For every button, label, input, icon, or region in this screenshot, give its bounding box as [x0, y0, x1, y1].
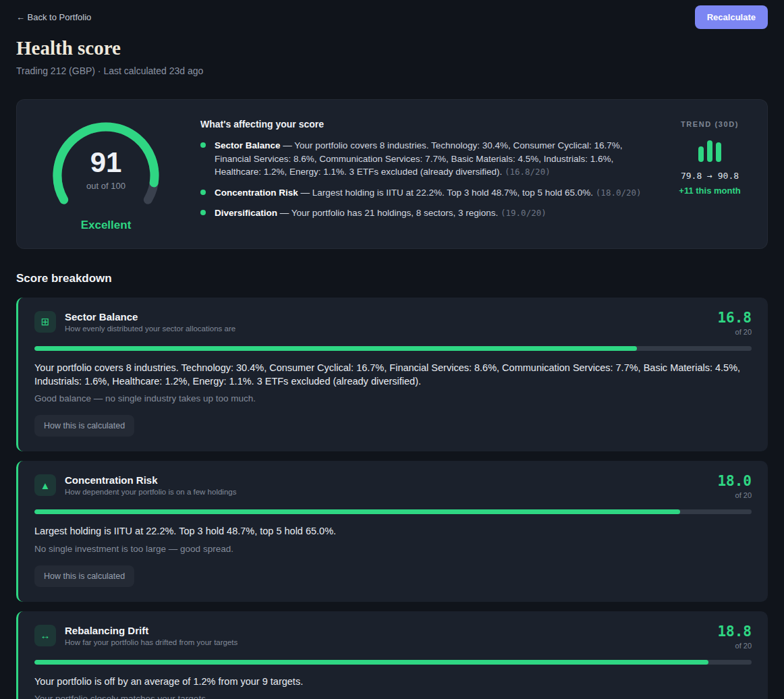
trend-label: TREND (30D)	[670, 120, 750, 128]
score-progress-bar	[34, 509, 752, 514]
how-calculated-button[interactable]: How this is calculated	[34, 565, 134, 587]
bullet-dot-icon	[200, 190, 206, 195]
breakdown-card: ▲ Concentration Risk How dependent your …	[16, 461, 768, 602]
card-titles: Sector Balance How evenly distributed yo…	[65, 311, 235, 333]
card-subtitle: How evenly distributed your sector alloc…	[65, 325, 235, 333]
card-description: Your portfolio covers 8 industries. Tech…	[34, 362, 752, 388]
card-score: 18.0 of 20	[717, 474, 752, 499]
trend-panel: TREND (30D) 79.8 → 90.8 +11 this month	[670, 116, 750, 232]
card-titles: Rebalancing Drift How far your portfolio…	[65, 625, 237, 646]
score-progress-bar	[34, 660, 752, 665]
card-description: Largest holding is IITU at 22.2%. Top 3 …	[34, 525, 752, 538]
score-progress-fill	[34, 660, 708, 665]
card-score-value: 16.8	[717, 311, 752, 325]
factor-description: — Your portfolio has 21 holdings, 8 sect…	[280, 208, 498, 218]
score-gauge: 91 out of 100	[42, 116, 170, 211]
recalculate-button[interactable]: Recalculate	[695, 5, 768, 29]
factor-item: Concentration Risk — Largest holding is …	[200, 186, 647, 200]
bullet-dot-icon	[200, 142, 206, 148]
card-score-value: 18.0	[717, 474, 752, 488]
factor-name: Sector Balance	[215, 140, 281, 150]
card-score-max: of 20	[717, 491, 752, 499]
factor-score: (16.8/20)	[505, 167, 551, 177]
breakdown-heading: Score breakdown	[16, 272, 768, 285]
gauge-column: 91 out of 100 Excellent	[34, 116, 177, 232]
score-progress-fill	[34, 509, 680, 514]
card-titles: Concentration Risk How dependent your po…	[65, 474, 236, 496]
factor-name: Diversification	[215, 208, 277, 218]
health-score-caption: out of 100	[42, 181, 170, 191]
factor-score: (19.0/20)	[501, 208, 547, 218]
card-title: Concentration Risk	[65, 474, 236, 486]
triangle-icon: ▲	[34, 474, 56, 496]
card-header: ↔ Rebalancing Drift How far your portfol…	[34, 625, 752, 650]
factor-text: Concentration Risk — Largest holding is …	[215, 186, 642, 200]
card-subtitle: How far your portfolio has drifted from …	[65, 638, 237, 646]
trend-range: 79.8 → 90.8	[670, 171, 750, 181]
breakdown-card: ↔ Rebalancing Drift How far your portfol…	[16, 611, 768, 699]
card-score: 18.8 of 20	[717, 625, 752, 650]
trend-delta: +11 this month	[670, 186, 750, 196]
card-description: Your portfolio is off by an average of 1…	[34, 675, 752, 689]
card-title: Sector Balance	[65, 311, 235, 323]
trend-bars-chart	[670, 139, 750, 162]
card-score-value: 18.8	[717, 625, 752, 639]
factor-text: Diversification — Your portfolio has 21 …	[215, 206, 547, 220]
trend-bar	[716, 142, 721, 162]
card-title: Rebalancing Drift	[65, 625, 237, 636]
factor-name: Concentration Risk	[215, 188, 298, 198]
card-note: Your portfolio closely matches your targ…	[34, 694, 752, 699]
factor-text: Sector Balance — Your portfolio covers 8…	[215, 139, 647, 179]
card-score: 16.8 of 20	[717, 311, 752, 336]
health-score-value: 91	[42, 148, 170, 177]
card-note: No single investment is too large — good…	[34, 544, 752, 554]
factor-item: Sector Balance — Your portfolio covers 8…	[200, 139, 647, 179]
card-score-max: of 20	[717, 328, 752, 336]
factor-description: — Largest holding is IITU at 22.2%. Top …	[301, 188, 594, 198]
breakdown-card: ⊞ Sector Balance How evenly distributed …	[16, 298, 768, 451]
card-header: ▲ Concentration Risk How dependent your …	[34, 474, 752, 499]
factor-item: Diversification — Your portfolio has 21 …	[200, 206, 647, 220]
card-header: ⊞ Sector Balance How evenly distributed …	[34, 311, 752, 336]
score-rating-label: Excellent	[34, 219, 177, 232]
score-progress-fill	[34, 346, 637, 351]
top-bar: ← Back to Portfolio Recalculate	[16, 0, 768, 29]
how-calculated-button[interactable]: How this is calculated	[34, 415, 134, 437]
bullet-dot-icon	[200, 210, 206, 215]
page-title: Health score	[16, 37, 768, 59]
page-subtitle: Trading 212 (GBP) · Last calculated 23d …	[16, 65, 768, 76]
score-progress-bar	[34, 346, 752, 351]
arrows-horizontal-icon: ↔	[34, 625, 56, 646]
card-note: Good balance — no single industry takes …	[34, 393, 752, 403]
score-summary-card: 91 out of 100 Excellent What's affecting…	[16, 99, 768, 249]
factors-heading: What's affecting your score	[200, 119, 647, 130]
trend-bar	[707, 140, 712, 162]
breakdown-cards: ⊞ Sector Balance How evenly distributed …	[16, 298, 768, 699]
factors-list: Sector Balance — Your portfolio covers 8…	[200, 139, 647, 220]
factor-score: (18.0/20)	[596, 188, 642, 198]
health-score-page: ← Back to Portfolio Recalculate Health s…	[0, 0, 784, 699]
factors-column: What's affecting your score Sector Balan…	[200, 116, 647, 232]
card-subtitle: How dependent your portfolio is on a few…	[65, 488, 236, 496]
grid-icon: ⊞	[34, 311, 56, 333]
back-to-portfolio-link[interactable]: ← Back to Portfolio	[16, 12, 91, 22]
card-score-max: of 20	[717, 642, 752, 650]
trend-bar	[698, 146, 704, 162]
gauge-text: 91 out of 100	[42, 148, 170, 191]
